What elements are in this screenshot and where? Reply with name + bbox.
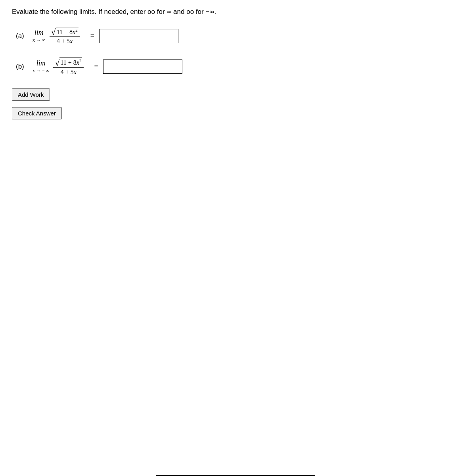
- lim-block-b: lim x → − ∞: [33, 59, 49, 74]
- lim-subscript-a: x → ∞: [33, 37, 46, 43]
- check-answer-button[interactable]: Check Answer: [12, 107, 62, 119]
- sqrt-expr-a: √ 11 + 8x2: [51, 27, 78, 36]
- sqrt-symbol-b: √: [55, 59, 59, 67]
- answer-input-b[interactable]: [103, 60, 182, 74]
- problem-container: (a) lim x → ∞ √ 11 + 8x2 4 + 5x =: [16, 27, 459, 76]
- sqrt-content-a: 11 + 8x2: [56, 27, 78, 36]
- denominator-a: 4 + 5x: [55, 37, 74, 45]
- answer-input-a[interactable]: [99, 29, 178, 43]
- numerator-b: √ 11 + 8x2: [53, 58, 84, 67]
- part-label-a: (a): [16, 32, 28, 40]
- fraction-b: √ 11 + 8x2 4 + 5x: [53, 58, 84, 75]
- add-work-button[interactable]: Add Work: [12, 88, 50, 101]
- sqrt-symbol-a: √: [51, 28, 56, 36]
- part-label-b: (b): [16, 63, 28, 71]
- check-answer-button-row: Check Answer: [12, 107, 459, 119]
- lim-word-b: lim: [36, 59, 46, 67]
- equals-b: =: [94, 62, 98, 71]
- lim-word-a: lim: [34, 29, 44, 37]
- denominator-b: 4 + 5x: [59, 68, 78, 76]
- instructions: Evaluate the following limits. If needed…: [12, 8, 459, 16]
- problem-b: (b) lim x → − ∞ √ 11 + 8x2 4 + 5x =: [16, 58, 459, 75]
- numerator-a: √ 11 + 8x2: [50, 27, 80, 37]
- lim-subscript-b: x → − ∞: [33, 68, 49, 74]
- equals-a: =: [90, 32, 94, 40]
- fraction-a: √ 11 + 8x2 4 + 5x: [50, 27, 80, 45]
- sqrt-content-b: 11 + 8x2: [59, 58, 82, 66]
- add-work-button-row: Add Work: [12, 88, 459, 101]
- problem-a: (a) lim x → ∞ √ 11 + 8x2 4 + 5x =: [16, 27, 459, 45]
- lim-block-a: lim x → ∞: [33, 29, 46, 43]
- sqrt-expr-b: √ 11 + 8x2: [55, 58, 82, 66]
- limit-expression-b: lim x → − ∞ √ 11 + 8x2 4 + 5x: [33, 58, 88, 75]
- limit-expression-a: lim x → ∞ √ 11 + 8x2 4 + 5x: [33, 27, 85, 45]
